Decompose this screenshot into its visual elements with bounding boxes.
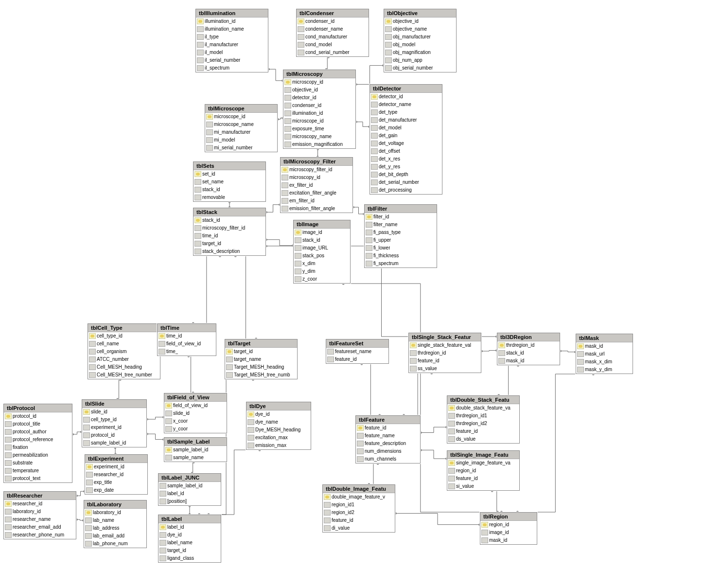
column-row[interactable]: illumination_id bbox=[196, 18, 268, 25]
column-row[interactable]: cell_type_id bbox=[82, 416, 146, 424]
column-row[interactable]: fi_thickness bbox=[365, 252, 437, 260]
column-row[interactable]: cond_manufacturer bbox=[297, 33, 369, 41]
column-row[interactable]: lab_phone_num bbox=[84, 540, 146, 548]
column-row[interactable]: feature_id bbox=[447, 428, 519, 435]
column-row[interactable]: field_of_view_id bbox=[164, 402, 227, 410]
column-row[interactable]: slide_id bbox=[164, 410, 227, 417]
column-row[interactable]: target_id bbox=[194, 240, 265, 248]
column-row[interactable]: illumination_id bbox=[283, 109, 355, 117]
column-row[interactable]: feature_description bbox=[356, 440, 420, 447]
column-row[interactable]: Target_MESH_tree_numb bbox=[225, 371, 297, 379]
column-row[interactable]: condenser_id bbox=[283, 102, 355, 109]
column-row[interactable]: region_id bbox=[480, 521, 537, 529]
table-tblObjective[interactable]: tblObjectiveobjective_idobjective_nameob… bbox=[384, 9, 457, 72]
column-row[interactable]: image_id bbox=[480, 529, 537, 536]
column-row[interactable]: target_name bbox=[225, 356, 297, 363]
table-title[interactable]: tblLabel_JUNC bbox=[158, 474, 221, 482]
column-row[interactable]: illumination_name bbox=[196, 25, 268, 33]
table-title[interactable]: tblCondenser bbox=[297, 9, 369, 18]
column-row[interactable]: si_value bbox=[447, 482, 519, 490]
table-title[interactable]: tblExperiment bbox=[85, 455, 147, 463]
column-row[interactable]: y_dim bbox=[294, 267, 350, 275]
column-row[interactable]: dye_id bbox=[247, 410, 311, 418]
column-row[interactable]: fixation bbox=[4, 444, 72, 451]
column-row[interactable]: feature_id bbox=[409, 357, 481, 365]
table-tblSample_Label[interactable]: tblSample_Labelsample_label_idsample_nam… bbox=[164, 437, 227, 462]
table-title[interactable]: tblSlide bbox=[82, 400, 146, 408]
column-row[interactable]: num_channels bbox=[356, 455, 420, 463]
table-tblSingle_Image_Featu[interactable]: tblSingle_Image_Featusingle_image_featur… bbox=[447, 450, 520, 491]
column-row[interactable]: em_filter_id bbox=[281, 197, 352, 205]
table-title[interactable]: tbl3DRegion bbox=[497, 333, 560, 341]
column-row[interactable]: sample_label_id bbox=[164, 446, 227, 454]
table-title[interactable]: tblFilter bbox=[365, 205, 437, 213]
column-row[interactable]: obj_num_app bbox=[384, 56, 456, 64]
column-row[interactable]: temperature bbox=[4, 467, 72, 475]
column-row[interactable]: researcher_phone_num bbox=[4, 531, 76, 539]
column-row[interactable]: objective_id bbox=[384, 18, 456, 25]
table-title[interactable]: tblRegion bbox=[480, 513, 537, 521]
table-tblFeature[interactable]: tblFeaturefeature_idfeature_namefeature_… bbox=[355, 415, 421, 463]
column-row[interactable]: feature_name bbox=[356, 432, 420, 440]
table-title[interactable]: tblCell_Type bbox=[88, 324, 160, 332]
column-row[interactable]: double_image_feature_v bbox=[323, 493, 395, 501]
column-row[interactable]: objective_name bbox=[384, 25, 456, 33]
table-tblSingle_Stack_Featur[interactable]: tblSingle_Stack_Featursingle_stack_featu… bbox=[408, 333, 481, 373]
column-row[interactable]: thrdregion_id1 bbox=[447, 412, 519, 420]
column-row[interactable]: Cell_MESH_tree_number bbox=[88, 371, 160, 379]
column-row[interactable]: researcher_name bbox=[4, 516, 76, 523]
column-row[interactable]: stack_description bbox=[194, 248, 265, 255]
column-row[interactable]: thrdregion_id bbox=[497, 341, 560, 349]
column-row[interactable]: time_ bbox=[158, 348, 216, 356]
table-tblStack[interactable]: tblStackstack_idmicroscopy_filter_idtime… bbox=[193, 208, 266, 256]
column-row[interactable]: mi_model bbox=[205, 136, 277, 144]
table-tblIllumination[interactable]: tblIlluminationillumination_idilluminati… bbox=[195, 9, 268, 72]
column-row[interactable]: condenser_name bbox=[297, 25, 369, 33]
column-row[interactable]: microscopy_filter_id bbox=[194, 224, 265, 232]
table-title[interactable]: tblDouble_Image_Featu bbox=[323, 485, 395, 493]
column-row[interactable]: cell_organism bbox=[88, 348, 160, 356]
table-title[interactable]: tblMicroscopy_Filter bbox=[281, 158, 352, 166]
table-tblTarget[interactable]: tblTargettarget_idtarget_nameTarget_MESH… bbox=[225, 339, 298, 379]
column-row[interactable]: det_processing bbox=[370, 186, 442, 194]
table-tblImage[interactable]: tblImageimage_idstack_idimage_URLstack_p… bbox=[293, 220, 351, 284]
column-row[interactable]: sample_name bbox=[164, 454, 227, 462]
table-title[interactable]: tblField_of_View bbox=[164, 393, 227, 402]
table-tblCondenser[interactable]: tblCondensercondenser_idcondenser_nameco… bbox=[296, 9, 369, 57]
column-row[interactable]: il_manufacturer bbox=[196, 41, 268, 49]
table-title[interactable]: tblFeature bbox=[356, 416, 420, 424]
table-tblRegion[interactable]: tblRegionregion_idimage_idmask_id bbox=[480, 512, 537, 545]
column-row[interactable]: sample_label_id bbox=[82, 439, 146, 447]
table-title[interactable]: tblLaboratory bbox=[84, 500, 146, 509]
column-row[interactable]: mask_id bbox=[497, 357, 560, 365]
column-row[interactable]: set_name bbox=[194, 178, 265, 186]
column-row[interactable]: y_coor bbox=[164, 425, 227, 433]
column-row[interactable]: target_id bbox=[225, 348, 297, 356]
column-row[interactable]: Cell_MESH_heading bbox=[88, 363, 160, 371]
table-tblMicroscopy_Filter[interactable]: tblMicroscopy_Filtermicroscopy_filter_id… bbox=[280, 157, 353, 213]
column-row[interactable]: mask_y_dim bbox=[576, 366, 633, 374]
column-row[interactable]: det_serial_number bbox=[370, 178, 442, 186]
column-row[interactable]: laboratory_id bbox=[84, 509, 146, 517]
table-title[interactable]: tblDouble_Stack_Featu bbox=[447, 396, 519, 404]
table-tblField_of_View[interactable]: tblField_of_Viewfield_of_view_idslide_id… bbox=[164, 393, 227, 433]
column-row[interactable]: obj_manufacturer bbox=[384, 33, 456, 41]
column-row[interactable]: condenser_id bbox=[297, 18, 369, 25]
column-row[interactable]: di_value bbox=[323, 524, 395, 532]
column-row[interactable]: region_id bbox=[447, 467, 519, 475]
column-row[interactable]: protocol_id bbox=[4, 412, 72, 420]
table-title[interactable]: tblSingle_Image_Featu bbox=[447, 451, 519, 459]
column-row[interactable]: mask_id bbox=[576, 342, 633, 350]
table-title[interactable]: tblProtocol bbox=[4, 404, 72, 412]
table-title[interactable]: tblMicroscope bbox=[205, 105, 277, 113]
column-row[interactable]: det_voltage bbox=[370, 140, 442, 147]
table-tblDouble_Stack_Featu[interactable]: tblDouble_Stack_Featudouble_stack_featur… bbox=[447, 395, 520, 444]
column-row[interactable]: thrdregion_id2 bbox=[447, 420, 519, 428]
table-tblDetector[interactable]: tblDetectordetector_iddetector_namedet_t… bbox=[370, 84, 442, 195]
column-row[interactable]: cond_model bbox=[297, 41, 369, 49]
column-row[interactable]: thrdregion_id bbox=[409, 349, 481, 357]
column-row[interactable]: microscopy_filter_id bbox=[281, 166, 352, 174]
table-tblSlide[interactable]: tblSlideslide_idcell_type_idexperiment_i… bbox=[82, 399, 147, 447]
column-row[interactable]: researcher_email_add bbox=[4, 523, 76, 531]
column-row[interactable]: filter_name bbox=[365, 221, 437, 229]
